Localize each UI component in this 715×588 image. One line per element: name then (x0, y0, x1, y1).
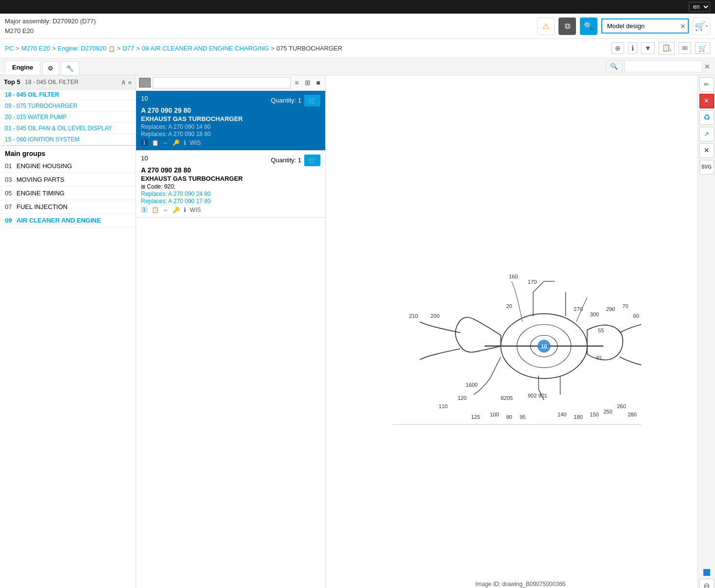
part-action-doc-2[interactable]: 📋 (152, 207, 159, 213)
tabs-left: Engine ⚙ 🔧 (5, 60, 79, 75)
mail-button[interactable]: ✉ (679, 42, 691, 54)
parts-grid-view-button[interactable]: ⊞ (303, 78, 313, 87)
part-actions-2: 1 📋 ↔ 🔑 ℹ WIS (141, 207, 320, 213)
breadcrumb-m270e20[interactable]: M270 E20 (21, 45, 50, 52)
cart-breadcrumb-button[interactable]: 🛒 (695, 42, 710, 54)
parts-dark-view-button[interactable]: ■ (314, 78, 322, 87)
part-action-info-2[interactable]: ℹ (184, 207, 186, 213)
top5-item[interactable]: 09 - 075 TURBOCHARGER (0, 101, 136, 112)
qty-badge-1: 1 (141, 139, 148, 146)
color-swatch[interactable] (139, 78, 151, 87)
svg-text:170: 170 (528, 279, 537, 285)
warning-button[interactable]: ⚠ (537, 17, 555, 35)
part-action-doc-1[interactable]: 📋 (152, 139, 159, 146)
parts-list-view-button[interactable]: ≡ (293, 78, 300, 87)
language-select[interactable]: en (689, 2, 710, 12)
side-close-button[interactable]: ✕ (699, 94, 714, 108)
part-grid-code-2: ⊞ Code: 920; (141, 183, 320, 190)
part-number-1: A 270 090 29 80 (141, 106, 320, 114)
part-replaces-1b: Replaces: A 270 090 18 80 (141, 131, 320, 138)
group-item-09[interactable]: 09 AIR CLEANER AND ENGINE (0, 214, 136, 227)
tab-engine[interactable]: Engine (5, 60, 40, 75)
part-number-2: A 270 090 28 80 (141, 166, 320, 174)
part-item-1[interactable]: 10 Quantity: 1 🛒 A 270 090 29 80 EXHAUST… (136, 91, 325, 151)
side-recycle-button[interactable]: ♻ (699, 110, 714, 125)
top5-item[interactable]: 18 - 045 OIL FILTER (0, 89, 136, 101)
main-layout: Top 5 18 - 045 OIL FILTER ∧ « 18 - 045 O… (0, 75, 715, 588)
part-add-cart-button-2[interactable]: 🛒 (304, 155, 320, 166)
svg-text:210: 210 (409, 313, 418, 319)
side-x-button[interactable]: ✕ (699, 143, 714, 158)
part-action-replace-1[interactable]: ↔ (163, 139, 169, 146)
top5-collapse-button[interactable]: ∧ (121, 78, 126, 86)
part-action-info-1[interactable]: ℹ (184, 139, 186, 146)
qty-badge-2: 1 (141, 207, 148, 213)
part-action-wis-1[interactable]: WIS (190, 139, 201, 146)
parts-search-input[interactable] (153, 77, 291, 88)
info-button[interactable]: ℹ (628, 42, 637, 54)
part-item-2[interactable]: 10 Quantity: 1 🛒 A 270 090 28 80 EXHAUST… (136, 151, 325, 218)
left-panel: Top 5 18 - 045 OIL FILTER ∧ « 18 - 045 O… (0, 75, 136, 588)
svg-text:40: 40 (595, 355, 601, 361)
svg-text:95: 95 (520, 414, 525, 420)
top5-item[interactable]: 01 - 045 OIL PAN & OIL LEVEL DISPLAY (0, 123, 136, 134)
tab-search-input[interactable] (625, 60, 702, 72)
parts-list: 10 Quantity: 1 🛒 A 270 090 29 80 EXHAUST… (136, 91, 325, 588)
breadcrumb-pc[interactable]: PC (5, 45, 14, 52)
svg-text:10: 10 (541, 343, 547, 349)
svg-text:1600: 1600 (466, 381, 478, 387)
cart-header-button[interactable]: 🛒+ (693, 17, 710, 35)
svg-text:250: 250 (603, 409, 612, 415)
middle-toolbar: ≡ ⊞ ■ (136, 75, 325, 91)
report-button[interactable]: 📋! (659, 42, 675, 55)
top5-item[interactable]: 20 - 015 WATER PUMP (0, 112, 136, 123)
svg-text:290: 290 (606, 306, 615, 312)
tab-search-button[interactable]: 🔍 (606, 60, 623, 72)
tab-icon1[interactable]: ⚙ (42, 61, 59, 75)
part-action-wis-2[interactable]: WIS (190, 207, 201, 213)
part-pos-1: 10 (141, 95, 148, 102)
svg-text:60: 60 (633, 313, 639, 319)
breadcrumb-air-cleaner[interactable]: 09 AIR CLEANER AND ENGINE CHARGING (142, 45, 269, 52)
group-item-07[interactable]: 07 FUEL INJECTION (0, 200, 136, 214)
top5-item[interactable]: 15 - 060 IGNITION SYSTEM (0, 134, 136, 145)
group-item-01[interactable]: 01 ENGINE HOUSING (0, 159, 136, 173)
right-panel: ✏ ✕ ♻ ↗ ✕ SVG ⊖ (326, 75, 715, 588)
group-item-05[interactable]: 05 ENGINE TIMING (0, 187, 136, 200)
part-name-2: EXHAUST GAS TURBOCHARGER (141, 175, 320, 182)
breadcrumb-d77[interactable]: D77 (122, 45, 134, 52)
top5-arrow-button[interactable]: « (128, 78, 132, 86)
major-assembly-label: Major assembly: D270920 (D77) (5, 17, 96, 26)
group-item-03[interactable]: 03 MOVING PARTS (0, 173, 136, 187)
svg-text:8205: 8205 (501, 395, 513, 401)
part-action-replace-2[interactable]: ↔ (163, 207, 169, 213)
part-action-key-2[interactable]: 🔑 (173, 207, 180, 213)
part-add-cart-button-1[interactable]: 🛒 (304, 95, 320, 106)
search-model-clear-button[interactable]: ✕ (680, 22, 686, 30)
part-qty-label-1: Quantity: 1 (271, 97, 301, 104)
top5-title: Top 5 (4, 78, 20, 86)
breadcrumb-engine[interactable]: Engine: D270920 📋 (58, 45, 115, 52)
side-svg-button[interactable]: SVG (699, 160, 714, 174)
filter-button[interactable]: ▼ (641, 42, 655, 54)
breadcrumb: PC > M270 E20 > Engine: D270920 📋 > D77 … (5, 45, 342, 52)
side-minus-button[interactable]: ⊖ (699, 579, 714, 588)
svg-text:180: 180 (574, 414, 583, 420)
part-actions-1: 1 📋 ↔ 🔑 ℹ WIS (141, 139, 320, 146)
tab-icon2[interactable]: 🔧 (61, 61, 79, 75)
svg-text:55: 55 (598, 328, 604, 333)
search-header-button[interactable]: 🔍 (580, 17, 597, 35)
part-replaces-2a: Replaces: A 270 090 24 80 (141, 190, 320, 197)
side-edit-button[interactable]: ✏ (699, 77, 714, 92)
part-action-key-1[interactable]: 🔑 (173, 139, 180, 146)
search-model-input[interactable] (601, 18, 689, 34)
breadcrumb-current: 075 TURBOCHARGER (277, 45, 343, 52)
part-qty-label-2: Quantity: 1 (271, 156, 301, 164)
svg-text:120: 120 (457, 395, 467, 401)
copy-button[interactable]: ⧉ (558, 17, 576, 35)
tab-search-clear-button[interactable]: ✕ (704, 63, 710, 70)
middle-panel: ≡ ⊞ ■ 10 Quantity: 1 🛒 A 270 090 29 80 E… (136, 75, 326, 588)
side-share-button[interactable]: ↗ (699, 127, 714, 141)
zoom-in-button[interactable]: ⊕ (611, 42, 624, 54)
svg-rect-0 (377, 238, 647, 432)
